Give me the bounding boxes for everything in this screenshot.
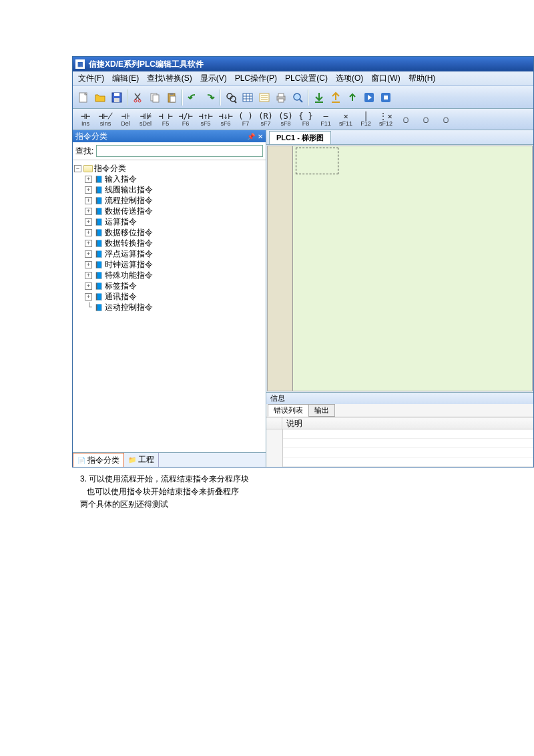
menu-view[interactable]: 显示(V) [196, 71, 231, 85]
menu-search[interactable]: 查找\替换(S) [143, 71, 196, 85]
grid-button[interactable] [240, 89, 256, 106]
ladder-btn-sF6[interactable]: ⊣↓⊢sF6 [216, 110, 236, 129]
menu-edit[interactable]: 编辑(E) [108, 71, 143, 85]
download-button[interactable] [311, 89, 327, 106]
expand-icon[interactable]: + [85, 186, 92, 194]
ladder-canvas[interactable] [267, 146, 533, 391]
tree-item[interactable]: +📘通讯指令 [74, 291, 264, 302]
ladder-btn-sIns[interactable]: ⊣⊬sIns [95, 110, 115, 129]
tree-item[interactable]: └📘运动控制指令 [74, 302, 264, 313]
tree-item[interactable]: +📘数据移位指令 [74, 227, 264, 238]
ladder-btn-F6[interactable]: ⊣/⊢F6 [176, 110, 196, 129]
ladder-btn-sF8[interactable]: (S)sF8 [276, 110, 296, 129]
doc-icon: 📘 [94, 218, 103, 226]
annotation-line: 两个具体的区别还得测试 [80, 498, 526, 511]
ladder-btn-F8[interactable]: { }F8 [296, 110, 316, 129]
tree-item[interactable]: +📘线圈输出指令 [74, 184, 264, 195]
ladder-btn-F5[interactable]: ⊣ ⊢F5 [156, 110, 176, 129]
ladder-symbol-icon: (S) [278, 112, 293, 121]
tree-root[interactable]: − 指令分类 [74, 163, 264, 174]
ladder-btn-idx16[interactable]: ▢ [396, 110, 416, 129]
doc-tab-plc1[interactable]: PLC1 - 梯形图 [269, 131, 331, 144]
ladder-btn-Del[interactable]: ⊣⊦Del [115, 110, 136, 129]
tree-item[interactable]: +📘浮点运算指令 [74, 248, 264, 259]
undo-button[interactable] [185, 89, 201, 106]
ladder-btn-Ins[interactable]: ⊣⊢Ins [75, 110, 95, 129]
open-button[interactable] [92, 89, 108, 106]
ladder-symbol-icon: ✕ [343, 112, 348, 121]
menu-window[interactable]: 窗口(W) [367, 71, 404, 85]
ladder-btn-F7[interactable]: ( )F7 [236, 110, 256, 129]
tree-item[interactable]: +📘数据转换指令 [74, 238, 264, 248]
upload-button[interactable] [328, 89, 344, 106]
ladder-symbol-icon: ( ) [238, 112, 253, 121]
ladder-btn-sF12[interactable]: ⋮✕sF12 [376, 110, 396, 129]
tree-item[interactable]: +📘特殊功能指令 [74, 270, 264, 280]
tab-output[interactable]: 输出 [308, 404, 335, 417]
info-grid-body[interactable] [266, 429, 533, 467]
collapse-icon[interactable]: − [74, 165, 81, 172]
expand-icon[interactable]: + [85, 240, 92, 247]
menu-bar: 文件(F) 编辑(E) 查找\替换(S) 显示(V) PLC操作(P) PLC设… [73, 71, 533, 86]
paste-button[interactable] [164, 89, 180, 106]
find-button[interactable] [223, 89, 239, 106]
tree-item-label: 通讯指令 [105, 291, 137, 303]
expand-icon[interactable]: + [85, 293, 92, 301]
svg-point-26 [294, 93, 300, 100]
redo-button[interactable] [202, 89, 218, 106]
cut-button[interactable] [130, 89, 146, 106]
title-bar: ▦ 信捷XD/E系列PLC编辑工具软件 [73, 57, 533, 71]
menu-help[interactable]: 帮助(H) [405, 71, 440, 85]
instruction-tree[interactable]: − 指令分类 +📘输入指令+📘线圈输出指令+📘流程控制指令+📘数据传送指令+📘运… [73, 160, 266, 452]
menu-plc-settings[interactable]: PLC设置(C) [281, 71, 332, 85]
pin-icon[interactable]: 📌 [247, 133, 255, 140]
tree-item[interactable]: +📘流程控制指令 [74, 195, 264, 206]
tree-item-label: 数据转换指令 [105, 238, 153, 249]
ladder-btn-sF11[interactable]: ✕sF11 [336, 110, 356, 129]
content-area: 指令分类 📌 ✕ 查找: − 指令分类 +📘输入指令+📘线圈输出指令+📘流程控制… [73, 130, 533, 467]
tree-item[interactable]: +📘运算指令 [74, 216, 264, 227]
tree-item[interactable]: +📘标签指令 [74, 280, 264, 291]
tree-item[interactable]: +📘数据传送指令 [74, 206, 264, 216]
expand-icon[interactable]: + [85, 272, 92, 279]
tab-error-list[interactable]: 错误列表 [268, 404, 309, 417]
ladder-btn-F12[interactable]: │F12 [356, 110, 376, 129]
expand-icon[interactable]: + [85, 261, 92, 268]
ladder-btn-idx17[interactable]: ▢ [416, 110, 436, 129]
menu-file[interactable]: 文件(F) [74, 71, 108, 85]
zoom-button[interactable] [290, 89, 306, 106]
new-button[interactable] [75, 89, 91, 106]
menu-options[interactable]: 选项(O) [332, 71, 367, 85]
upload-alt-button[interactable] [344, 89, 360, 106]
list-button[interactable] [256, 89, 272, 106]
toolbar-separator [308, 89, 309, 106]
ladder-btn-sF5[interactable]: ⊣↑⊢sF5 [196, 110, 216, 129]
expand-icon[interactable]: + [85, 176, 92, 183]
ladder-btn-F11[interactable]: —F11 [316, 110, 336, 129]
expand-icon[interactable]: + [85, 218, 92, 226]
close-icon[interactable]: ✕ [258, 133, 263, 140]
expand-icon[interactable]: + [85, 282, 92, 290]
doc-icon: 📘 [94, 207, 103, 215]
menu-plc-operate[interactable]: PLC操作(P) [231, 71, 281, 85]
expand-icon[interactable]: + [85, 197, 92, 204]
expand-icon[interactable]: + [85, 208, 92, 215]
ladder-btn-idx18[interactable]: ▢ [436, 110, 456, 129]
copy-button[interactable] [147, 89, 163, 106]
ladder-symbol-icon: ⊣⊢ [81, 112, 90, 121]
expand-icon[interactable]: + [85, 229, 92, 236]
run-button[interactable] [361, 89, 377, 106]
ladder-btn-sDel[interactable]: ⊣⊯sDel [136, 110, 156, 129]
svg-rect-3 [114, 98, 119, 102]
save-button[interactable] [109, 89, 125, 106]
ladder-btn-sF7[interactable]: (R)sF7 [256, 110, 276, 129]
expand-icon[interactable]: + [85, 250, 92, 258]
annotation-text: 3. 可以使用流程开始，流程结束指令来分程序块 也可以使用指令块开始结束指令来折… [72, 467, 534, 517]
tab-instructions[interactable]: 📄 指令分类 [73, 453, 124, 467]
stop-button[interactable] [378, 89, 394, 106]
tree-item[interactable]: +📘时钟运算指令 [74, 259, 264, 270]
print-button[interactable] [273, 89, 289, 106]
tab-project[interactable]: 📁 工程 [124, 453, 159, 467]
tree-item[interactable]: +📘输入指令 [74, 174, 264, 184]
search-input[interactable] [96, 145, 263, 157]
